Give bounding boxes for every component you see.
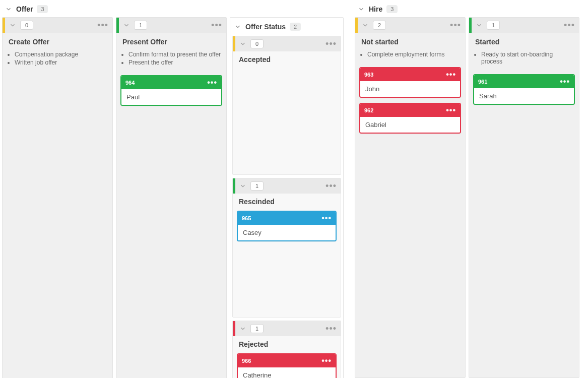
chevron-down-icon[interactable] — [5, 6, 12, 13]
sub-lane[interactable]: 1•••Rejected966•••Catherine — [232, 321, 341, 378]
card-id: 966 — [242, 358, 251, 364]
chevron-down-icon[interactable] — [362, 22, 369, 29]
lane[interactable]: 2•••Not startedComplete employment forms… — [355, 17, 466, 378]
cards-container: 963•••John962•••Gabriel — [355, 64, 465, 139]
lane-header: 0••• — [233, 36, 341, 51]
card-id: 964 — [125, 80, 135, 86]
lane-title: Started — [475, 38, 573, 46]
kanban-card[interactable]: 966•••Catherine — [237, 353, 337, 378]
cards-container: 966•••Catherine — [233, 350, 341, 378]
lane[interactable]: 1•••StartedReady to start on-boarding pr… — [469, 17, 579, 378]
lane-bullet-item: Ready to start on-boarding process — [481, 51, 574, 65]
card-header: 966••• — [238, 354, 336, 367]
lane-title-block: Present Offer — [116, 33, 226, 49]
chevron-down-icon[interactable] — [9, 22, 16, 29]
sub-lane[interactable]: 1•••Rescinded965•••Casey — [232, 178, 341, 318]
board-title: Offer — [16, 5, 33, 13]
lane-bullets: Ready to start on-boarding process — [469, 49, 579, 71]
lane-header: 0••• — [3, 18, 112, 33]
lane-bullet-item: Present the offer — [128, 59, 221, 66]
kanban-card[interactable]: 961•••Sarah — [473, 74, 575, 105]
chevron-down-icon[interactable] — [239, 40, 246, 47]
lane-menu-icon[interactable]: ••• — [97, 20, 108, 31]
nested-lane[interactable]: Offer Status20•••Accepted1•••Rescinded96… — [230, 17, 344, 378]
lanes-row: 0•••Create OfferCompensation packageWrit… — [2, 17, 344, 378]
lane[interactable]: 1•••Present OfferConfirm format to prese… — [116, 17, 227, 378]
cards-container — [233, 66, 341, 174]
lane-count: 0 — [20, 21, 33, 30]
kanban-card[interactable]: 965•••Casey — [237, 211, 337, 241]
lane-count: 1 — [487, 21, 500, 30]
cards-container: 961•••Sarah — [469, 71, 579, 110]
sub-lane[interactable]: 0•••Accepted — [232, 36, 341, 175]
lane-menu-icon[interactable]: ••• — [211, 20, 222, 31]
card-menu-icon[interactable]: ••• — [321, 214, 332, 223]
boards-container: Offer30•••Create OfferCompensation packa… — [0, 0, 588, 378]
card-menu-icon[interactable]: ••• — [560, 77, 570, 86]
kanban-card[interactable]: 963•••John — [359, 67, 461, 98]
card-header: 964••• — [121, 76, 221, 89]
card-menu-icon[interactable]: ••• — [446, 106, 456, 115]
board-count: 3 — [37, 5, 48, 13]
chevron-down-icon[interactable] — [239, 325, 246, 332]
lane-bullets: Complete employment forms — [355, 49, 465, 64]
lane-title: Present Offer — [122, 38, 220, 46]
kanban-card[interactable]: 962•••Gabriel — [359, 103, 461, 134]
cards-container: 964•••Paul — [116, 72, 226, 111]
sublanes-container: 0•••Accepted1•••Rescinded965•••Casey1•••… — [230, 36, 343, 378]
lane-header: 1••• — [469, 18, 579, 33]
lane-menu-icon[interactable]: ••• — [325, 181, 337, 192]
board-header: Offer3 — [2, 2, 344, 17]
chevron-down-icon[interactable] — [358, 6, 365, 13]
card-name: Sarah — [474, 88, 574, 104]
chevron-down-icon[interactable] — [476, 22, 483, 29]
card-name: Catherine — [238, 367, 336, 378]
lane-count: 1 — [250, 181, 264, 191]
lane-bullet-item: Compensation package — [15, 51, 107, 58]
chevron-down-icon[interactable] — [123, 22, 130, 29]
card-id: 965 — [242, 215, 251, 221]
card-name: Casey — [238, 225, 336, 240]
cards-container — [3, 72, 112, 80]
lane-count: 2 — [373, 21, 386, 30]
card-name: Gabriel — [360, 117, 460, 133]
cards-container: 965•••Casey — [233, 208, 341, 317]
lane-title-block: Rescinded — [233, 194, 341, 208]
card-menu-icon[interactable]: ••• — [446, 70, 456, 79]
lane-count: 1 — [250, 324, 264, 333]
lane-header: 1••• — [116, 18, 226, 33]
lane-title: Accepted — [239, 55, 335, 64]
card-menu-icon[interactable]: ••• — [207, 78, 217, 87]
empty-space — [237, 246, 337, 312]
lane-title-block: Create Offer — [3, 33, 112, 49]
lane-title-block: Accepted — [233, 51, 341, 66]
card-header: 962••• — [360, 104, 460, 117]
lane-title-block: Not started — [355, 33, 465, 49]
board-gap — [346, 0, 353, 378]
lane-count: 1 — [134, 21, 147, 30]
card-header: 963••• — [360, 68, 460, 81]
card-name: John — [360, 81, 460, 97]
chevron-down-icon[interactable] — [239, 182, 246, 190]
empty-space — [237, 69, 337, 169]
lane-count: 0 — [250, 39, 264, 48]
lanes-row: 2•••Not startedComplete employment forms… — [355, 17, 579, 378]
lane-title: Create Offer — [9, 38, 106, 46]
board: Offer30•••Create OfferCompensation packa… — [0, 0, 346, 378]
chevron-down-icon[interactable] — [234, 23, 241, 30]
card-id: 963 — [364, 72, 373, 78]
lane-title: Rescinded — [239, 198, 335, 206]
lane-title: Not started — [361, 38, 459, 46]
lane[interactable]: 0•••Create OfferCompensation packageWrit… — [2, 17, 113, 378]
lane-menu-icon[interactable]: ••• — [450, 20, 461, 31]
card-menu-icon[interactable]: ••• — [321, 356, 332, 365]
lane-menu-icon[interactable]: ••• — [564, 20, 575, 31]
card-id: 962 — [364, 107, 373, 113]
lane-menu-icon[interactable]: ••• — [325, 324, 337, 334]
nested-lane-count: 2 — [290, 23, 301, 31]
lane-bullet-item: Complete employment forms — [367, 51, 460, 58]
board: Hire32•••Not startedComplete employment … — [353, 0, 581, 378]
lane-menu-icon[interactable]: ••• — [325, 39, 337, 49]
kanban-card[interactable]: 964•••Paul — [120, 75, 222, 106]
lane-title-block: Started — [469, 33, 579, 49]
